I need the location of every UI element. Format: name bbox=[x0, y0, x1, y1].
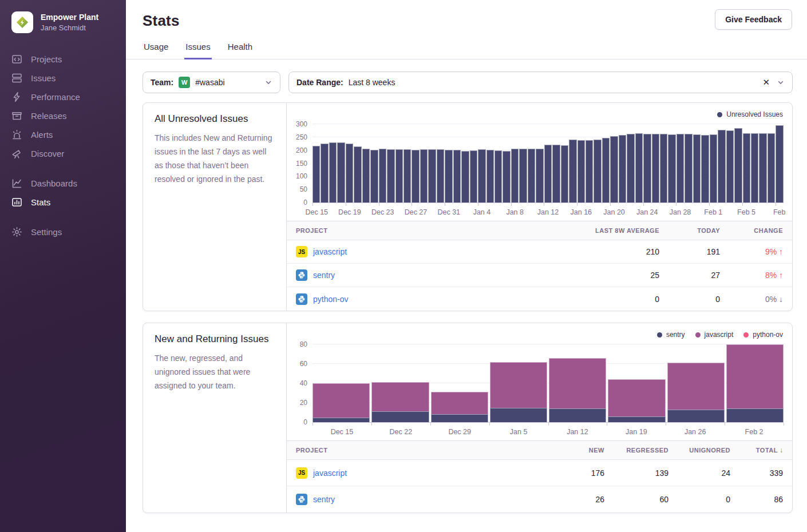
legend-item[interactable]: Unresolved Issues bbox=[717, 110, 783, 118]
bar[interactable] bbox=[412, 150, 419, 203]
bar[interactable] bbox=[346, 144, 353, 203]
stacked-bar[interactable] bbox=[312, 383, 370, 422]
project-link[interactable]: javascript bbox=[313, 469, 347, 478]
bar[interactable] bbox=[743, 133, 750, 203]
bar[interactable] bbox=[776, 125, 783, 203]
bar[interactable] bbox=[470, 150, 477, 203]
sidebar-item-alerts[interactable]: Alerts bbox=[0, 125, 126, 144]
bar[interactable] bbox=[404, 149, 411, 203]
stacked-bar[interactable] bbox=[608, 379, 665, 422]
bar[interactable] bbox=[461, 151, 469, 203]
give-feedback-button[interactable]: Give Feedback bbox=[715, 9, 792, 30]
clear-icon[interactable]: ✕ bbox=[761, 77, 772, 88]
bar[interactable] bbox=[734, 128, 742, 203]
bar[interactable] bbox=[420, 149, 428, 203]
bar[interactable] bbox=[710, 134, 717, 203]
bar[interactable] bbox=[586, 140, 593, 203]
sidebar-item-dashboards[interactable]: Dashboards bbox=[0, 174, 126, 193]
bar[interactable] bbox=[610, 136, 618, 203]
bar[interactable] bbox=[652, 134, 659, 203]
column-header-total[interactable]: Total↓ bbox=[730, 446, 783, 454]
bar[interactable] bbox=[594, 140, 601, 203]
bar[interactable] bbox=[387, 149, 394, 203]
bar[interactable] bbox=[503, 151, 510, 203]
bar[interactable] bbox=[495, 150, 502, 203]
bar[interactable] bbox=[759, 133, 766, 203]
bar[interactable] bbox=[453, 150, 461, 203]
bar[interactable] bbox=[354, 146, 361, 203]
bar[interactable] bbox=[552, 145, 560, 203]
bar[interactable] bbox=[677, 134, 684, 203]
performance-icon bbox=[11, 92, 22, 102]
sidebar-item-releases[interactable]: Releases bbox=[0, 106, 126, 125]
bar[interactable] bbox=[362, 149, 370, 203]
bar[interactable] bbox=[569, 140, 576, 203]
project-link[interactable]: javascript bbox=[313, 247, 347, 256]
bar[interactable] bbox=[321, 144, 328, 203]
bar[interactable] bbox=[528, 149, 535, 203]
x-axis-label: Dec 22 bbox=[390, 428, 413, 436]
stacked-bar[interactable] bbox=[431, 392, 488, 422]
stacked-bar[interactable] bbox=[667, 363, 725, 422]
bar[interactable] bbox=[511, 149, 519, 203]
bar[interactable] bbox=[685, 134, 692, 203]
bar[interactable] bbox=[660, 134, 667, 203]
project-link[interactable]: sentry bbox=[313, 271, 335, 280]
bar[interactable] bbox=[768, 133, 775, 203]
sidebar-item-projects[interactable]: Projects bbox=[0, 50, 126, 69]
bar[interactable] bbox=[668, 134, 675, 203]
column-header-unignored[interactable]: Unignored bbox=[668, 447, 730, 454]
bar[interactable] bbox=[627, 134, 634, 203]
tab-issues[interactable]: Issues bbox=[184, 37, 211, 59]
bar[interactable] bbox=[519, 149, 527, 203]
stacked-bar[interactable] bbox=[371, 382, 429, 422]
bar[interactable] bbox=[437, 149, 444, 203]
bar[interactable] bbox=[370, 150, 378, 203]
project-link[interactable]: python-ov bbox=[313, 295, 348, 304]
bar[interactable] bbox=[561, 145, 568, 203]
bar[interactable] bbox=[751, 133, 758, 203]
bar[interactable] bbox=[379, 149, 386, 203]
bar[interactable] bbox=[701, 135, 709, 203]
stacked-bar[interactable] bbox=[490, 362, 547, 422]
bar[interactable] bbox=[445, 150, 452, 203]
bar[interactable] bbox=[428, 149, 436, 203]
stacked-bar[interactable] bbox=[549, 358, 606, 422]
bar[interactable] bbox=[544, 145, 552, 203]
date-range-selector[interactable]: Date Range: Last 8 weeks ✕ bbox=[288, 72, 793, 93]
legend-item[interactable]: sentry bbox=[657, 331, 685, 339]
bar[interactable] bbox=[478, 149, 485, 203]
stacked-bar[interactable] bbox=[726, 344, 784, 422]
sidebar-item-stats[interactable]: Stats bbox=[0, 193, 126, 212]
bar[interactable] bbox=[395, 149, 403, 203]
tab-usage[interactable]: Usage bbox=[143, 37, 169, 59]
js-icon: JS bbox=[296, 246, 307, 257]
bar[interactable] bbox=[536, 149, 543, 203]
legend-item[interactable]: python-ov bbox=[743, 331, 783, 339]
bar[interactable] bbox=[635, 133, 643, 203]
main-content: Stats Give Feedback UsageIssuesHealth Te… bbox=[126, 0, 807, 513]
tab-health[interactable]: Health bbox=[227, 37, 254, 59]
bar[interactable] bbox=[643, 134, 651, 203]
bar[interactable] bbox=[577, 140, 585, 203]
column-header-new[interactable]: New bbox=[530, 447, 604, 454]
team-selector[interactable]: Team: W #wasabi bbox=[143, 72, 280, 93]
sidebar-item-issues[interactable]: Issues bbox=[0, 69, 126, 88]
bar[interactable] bbox=[619, 135, 626, 203]
sidebar-item-settings[interactable]: Settings bbox=[0, 223, 126, 241]
bar[interactable] bbox=[693, 134, 701, 203]
bar[interactable] bbox=[718, 130, 725, 203]
bar[interactable] bbox=[337, 142, 345, 203]
sidebar-item-performance[interactable]: Performance bbox=[0, 88, 126, 106]
org-switcher[interactable]: Empower Plant Jane Schmidt bbox=[0, 0, 126, 33]
bar[interactable] bbox=[312, 146, 320, 203]
sidebar-item-discover[interactable]: Discover bbox=[0, 144, 126, 163]
value-cell: 139 bbox=[604, 469, 668, 478]
bar[interactable] bbox=[726, 130, 734, 203]
bar[interactable] bbox=[602, 138, 610, 203]
bar[interactable] bbox=[329, 142, 337, 203]
column-header-regressed[interactable]: Regressed bbox=[604, 447, 668, 454]
project-link[interactable]: sentry bbox=[313, 495, 335, 504]
legend-item[interactable]: javascript bbox=[695, 331, 734, 339]
bar[interactable] bbox=[486, 150, 494, 203]
